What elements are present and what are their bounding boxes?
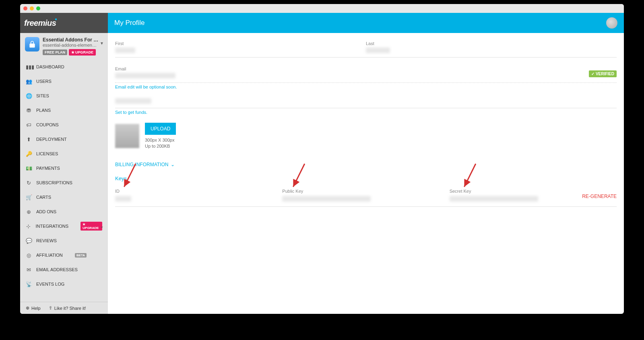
brand-logo: freemius <box>24 19 57 28</box>
plugin-selector[interactable]: Essential Addons For … essential-addons-… <box>20 33 108 60</box>
box-icon: ⛃ <box>26 107 31 113</box>
help-link[interactable]: ⊕Help <box>26 305 41 311</box>
globe-icon: 🌐 <box>26 93 31 99</box>
first-name-field[interactable]: First <box>115 41 366 55</box>
cash-icon: 💵 <box>26 165 31 171</box>
nav: ▮▮▮DASHBOARD 👥USERS 🌐SITES ⛃PLANS 🏷COUPO… <box>20 60 108 302</box>
email-label: Email <box>115 66 617 71</box>
page-title: My Profile <box>114 19 145 27</box>
page-header: My Profile <box>108 13 624 33</box>
nav-dashboard[interactable]: ▮▮▮DASHBOARD <box>20 60 108 74</box>
last-name-value <box>366 47 390 53</box>
users-icon: 👥 <box>26 78 31 84</box>
email-hint: Email edit will be optional soon. <box>115 84 617 89</box>
nav-coupons[interactable]: 🏷COUPONS <box>20 117 108 132</box>
nav-subscriptions[interactable]: ↻SUBSCRIPTIONS <box>20 175 108 190</box>
user-avatar[interactable] <box>606 17 617 29</box>
key-id: ID <box>115 189 282 203</box>
billing-toggle[interactable]: BILLING INFORMATION ⌄ <box>115 158 617 171</box>
envelope-icon: ✉ <box>26 267 31 273</box>
nav-reviews[interactable]: 💬REVIEWS <box>20 233 108 248</box>
refresh-icon: ↻ <box>26 180 31 186</box>
plan-badge: FREE PLAN <box>43 49 67 55</box>
upload-button[interactable]: UPLOAD <box>145 123 176 135</box>
keys-heading: Keys <box>115 171 617 185</box>
nav-integrations[interactable]: ⊹INTEGRATIONS ★ UPGRADE⌄ <box>20 219 108 233</box>
chat-icon: 💬 <box>26 238 31 244</box>
nav-plans[interactable]: ⛃PLANS <box>20 103 108 117</box>
key-icon: 🔑 <box>26 151 31 157</box>
upgrade-button[interactable]: ★ UPGRADE <box>69 49 96 56</box>
share-link[interactable]: ⇪Like it? Share it! <box>49 305 86 311</box>
cart-icon: 🛒 <box>26 194 31 200</box>
first-name-label: First <box>115 41 366 46</box>
puzzle-icon: ⊕ <box>26 209 31 215</box>
target-icon: ◎ <box>26 252 31 258</box>
content: First Last Email <box>108 33 624 314</box>
chevron-down-icon: ⌄ <box>100 223 104 229</box>
avatar-upload: UPLOAD 300px X 300px Up to 200KB <box>115 120 617 158</box>
nav-addons[interactable]: ⊕ADD ONS <box>20 204 108 219</box>
plug-icon: ⊹ <box>26 223 31 229</box>
plugin-slug: essential-addons-elemen… <box>43 43 103 47</box>
main: My Profile First Last <box>108 13 624 314</box>
key-public-label: Public Key <box>282 189 449 194</box>
nav-carts[interactable]: 🛒CARTS <box>20 190 108 204</box>
paypal-field[interactable] <box>115 98 617 105</box>
nav-affiliation[interactable]: ◎AFFILIATION BETA <box>20 248 108 262</box>
nav-email-addresses[interactable]: ✉EMAIL ADDRESSES <box>20 262 108 277</box>
close-window-icon[interactable] <box>23 6 27 10</box>
chart-bar-icon: ▮▮▮ <box>26 64 31 70</box>
email-field[interactable]: Email <box>115 66 617 80</box>
key-id-label: ID <box>115 189 282 194</box>
maximize-window-icon[interactable] <box>36 6 40 10</box>
nav-events-log[interactable]: 📡EVENTS LOG <box>20 277 108 291</box>
verified-badge: ✓ VERIFIED <box>589 70 617 77</box>
first-name-value <box>115 47 135 53</box>
key-public: Public Key <box>282 189 449 203</box>
upload-size-hint: 300px X 300px <box>145 137 176 143</box>
paypal-hint: Set to get funds. <box>115 110 617 115</box>
upgrade-badge: ★ UPGRADE <box>80 222 102 231</box>
paypal-label <box>115 98 151 104</box>
caret-down-icon: ▼ <box>100 41 104 45</box>
avatar-thumbnail <box>115 124 139 148</box>
key-secret-value <box>450 196 538 202</box>
share-icon: ⇪ <box>49 305 52 311</box>
plugin-icon <box>25 37 39 52</box>
antenna-icon: 📡 <box>26 281 31 287</box>
last-name-label: Last <box>366 41 617 46</box>
beta-badge: BETA <box>75 253 87 258</box>
window-titlebar <box>20 4 624 13</box>
plugin-name: Essential Addons For … <box>43 37 103 43</box>
sidebar-header: freemius <box>20 13 108 33</box>
sidebar-footer: ⊕Help ⇪Like it? Share it! <box>20 302 108 314</box>
key-public-value <box>282 196 371 202</box>
key-secret-label: Secret Key <box>450 189 617 194</box>
nav-sites[interactable]: 🌐SITES <box>20 89 108 103</box>
tag-icon: 🏷 <box>26 122 31 128</box>
key-id-value <box>115 196 131 202</box>
nav-licenses[interactable]: 🔑LICENSES <box>20 146 108 161</box>
email-value <box>115 73 175 78</box>
lifebuoy-icon: ⊕ <box>26 305 29 311</box>
nav-users[interactable]: 👥USERS <box>20 74 108 89</box>
minimize-window-icon[interactable] <box>30 6 34 10</box>
nav-deployment[interactable]: ⬆DEPLOYMENT <box>20 132 108 146</box>
last-name-field[interactable]: Last <box>366 41 617 55</box>
regenerate-button[interactable]: RE-GENERATE <box>582 194 617 199</box>
nav-payments[interactable]: 💵PAYMENTS <box>20 161 108 175</box>
sidebar: freemius Essential Addons For … essentia… <box>20 13 108 314</box>
upload-limit-hint: Up to 200KB <box>145 143 176 149</box>
upload-icon: ⬆ <box>26 136 31 142</box>
chevron-down-icon: ⌄ <box>171 162 175 167</box>
lock-icon <box>28 40 36 48</box>
